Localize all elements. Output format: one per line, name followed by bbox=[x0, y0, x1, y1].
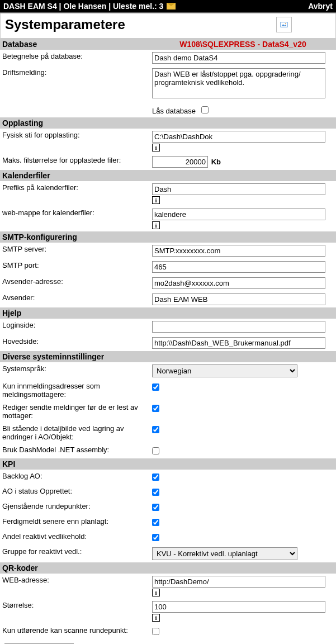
checkbox-ferdigmeldt[interactable] bbox=[152, 519, 159, 526]
input-driftsmelding[interactable] bbox=[152, 68, 325, 98]
input-kalender-prefiks[interactable] bbox=[152, 183, 325, 195]
label-kun-innmeld: Kun innmeldingsadresser som meldingsmott… bbox=[0, 380, 150, 401]
top-bar: DASH EAM S4 | Ole Hansen | Uleste mel.: … bbox=[0, 0, 336, 12]
label-max-filesize: Maks. filstørrelse for opplastede filer: bbox=[0, 154, 150, 170]
label-ferdigmeldt: Ferdigmeldt senere enn planlagt: bbox=[0, 515, 150, 530]
section-header-diverse: Diverse systeminnstillinger bbox=[0, 351, 336, 362]
label-qr-web: WEB-adresse: bbox=[0, 574, 150, 599]
checkbox-kun-utforende[interactable] bbox=[152, 628, 159, 635]
input-qr-web[interactable] bbox=[152, 576, 325, 588]
page-title: Systemparametere bbox=[5, 17, 125, 32]
input-upload-path[interactable] bbox=[152, 131, 325, 143]
input-qr-storrelse[interactable] bbox=[152, 601, 325, 613]
label-kb: Kb bbox=[211, 158, 221, 166]
svg-point-2 bbox=[285, 23, 286, 24]
svg-marker-1 bbox=[282, 24, 287, 26]
label-rediger-sendte: Rediger sendte meldinger før de er lest … bbox=[0, 401, 150, 422]
info-icon[interactable]: i bbox=[152, 614, 160, 622]
input-smtp-server[interactable] bbox=[152, 245, 325, 257]
section-header-qr: QR-koder bbox=[0, 562, 336, 574]
checkbox-ao-status[interactable] bbox=[152, 489, 159, 496]
section-header-hjelp: Hjelp bbox=[0, 307, 336, 319]
info-icon[interactable]: i bbox=[152, 196, 160, 204]
section-header-kalender: Kalenderfiler bbox=[0, 170, 336, 181]
checkbox-andel[interactable] bbox=[152, 534, 159, 541]
image-placeholder-icon bbox=[276, 17, 292, 32]
checkbox-bli-staende[interactable] bbox=[152, 426, 159, 433]
label-upload-path: Fysisk sti for opplasting: bbox=[0, 129, 150, 154]
svg-rect-0 bbox=[281, 22, 287, 27]
label-betegnelse: Betegnelse på database: bbox=[0, 50, 150, 66]
label-backlog: Backlog AO: bbox=[0, 470, 150, 485]
checkbox-bruk-dashmodel[interactable] bbox=[152, 447, 159, 454]
label-kun-utforende: Kun utførende kan scanne rundepunkt: bbox=[0, 624, 150, 639]
label-bruk-dashmodel: Bruk DashModel .NET assembly: bbox=[0, 443, 150, 458]
label-bli-staende: Bli stående i detaljbilde ved lagring av… bbox=[0, 422, 150, 443]
info-icon[interactable]: i bbox=[152, 589, 160, 596]
label-from-addr: Avsender-adresse: bbox=[0, 275, 150, 291]
label-driftsmelding: Driftsmelding: bbox=[0, 66, 150, 102]
input-loginside[interactable] bbox=[152, 321, 325, 333]
label-loginside: Loginside: bbox=[0, 319, 150, 335]
database-server-value: W108\SQLEXPRESS - DataS4_v20 bbox=[152, 40, 334, 49]
section-header-smtp: SMTP-konfigurering bbox=[0, 231, 336, 243]
label-kalender-prefiks: Prefiks på kalenderfiler: bbox=[0, 181, 150, 206]
input-smtp-port[interactable] bbox=[152, 261, 325, 273]
checkbox-lock-db[interactable] bbox=[201, 106, 209, 113]
label-smtp-port: SMTP port: bbox=[0, 259, 150, 275]
input-from-name[interactable] bbox=[152, 293, 325, 305]
label-systemsprak: Systemspråk: bbox=[0, 362, 150, 380]
info-icon[interactable]: i bbox=[152, 144, 160, 151]
label-ao-status: AO i status Opprettet: bbox=[0, 485, 150, 500]
label-from-name: Avsender: bbox=[0, 291, 150, 307]
input-hovedside[interactable] bbox=[152, 337, 325, 349]
input-betegnelse[interactable] bbox=[152, 52, 325, 64]
info-icon[interactable]: i bbox=[152, 221, 160, 229]
label-lock-db: Lås database bbox=[152, 107, 196, 115]
input-max-filesize[interactable] bbox=[152, 156, 208, 168]
label-hovedside: Hovedside: bbox=[0, 335, 150, 351]
label-kalender-mappe: web-mappe for kalenderfiler: bbox=[0, 206, 150, 231]
cancel-link[interactable]: Avbryt bbox=[308, 2, 333, 11]
label-andel: Andel reaktivt vedlikehold: bbox=[0, 530, 150, 545]
label-smtp-server: SMTP server: bbox=[0, 243, 150, 259]
section-header-database: Database W108\SQLEXPRESS - DataS4_v20 bbox=[0, 39, 336, 50]
label-gruppe: Gruppe for reaktivt vedl.: bbox=[0, 545, 150, 562]
label-qr-storrelse: Størrelse: bbox=[0, 599, 150, 624]
checkbox-kun-innmeld[interactable] bbox=[152, 383, 159, 391]
checkbox-backlog[interactable] bbox=[152, 473, 159, 481]
topbar-text: DASH EAM S4 | Ole Hansen | Uleste mel.: … bbox=[3, 2, 163, 11]
mail-icon[interactable] bbox=[167, 3, 176, 10]
checkbox-rediger-sendte[interactable] bbox=[152, 405, 159, 412]
checkbox-gjenstaende[interactable] bbox=[152, 504, 159, 511]
label-gjenstaende: Gjenstående rundepunkter: bbox=[0, 500, 150, 515]
section-header-kpi: KPI bbox=[0, 458, 336, 470]
input-kalender-mappe[interactable] bbox=[152, 209, 325, 220]
section-header-opplasting: Opplasting bbox=[0, 117, 336, 129]
input-from-addr[interactable] bbox=[152, 277, 325, 289]
select-systemsprak[interactable]: Norwegian bbox=[152, 364, 297, 377]
select-gruppe[interactable]: KVU - Korrektivt vedl. uplanlagt bbox=[152, 547, 297, 560]
